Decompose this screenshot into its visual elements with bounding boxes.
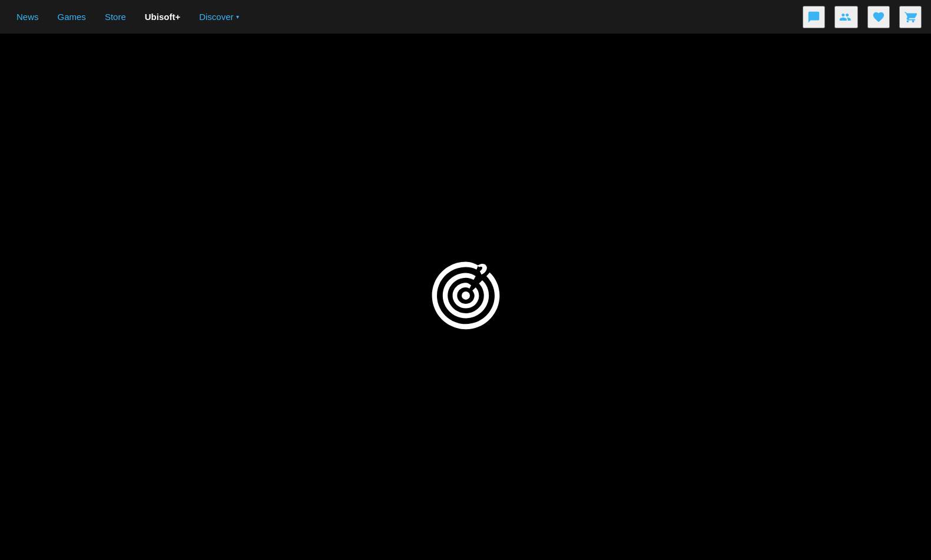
chat-icon-button[interactable]: [803, 6, 825, 28]
nav-item-news[interactable]: News: [9, 7, 46, 26]
friends-icon-button[interactable]: [834, 6, 858, 28]
loading-logo-container: [422, 253, 510, 341]
cart-icon: [904, 11, 917, 24]
nav-item-store[interactable]: Store: [98, 7, 133, 26]
nav-item-ubisoft-plus[interactable]: Ubisoft+: [138, 7, 187, 26]
nav-item-discover[interactable]: Discover ▾: [192, 7, 246, 26]
chevron-down-icon: ▾: [236, 14, 239, 20]
chat-icon: [807, 11, 820, 24]
nav-left: News Games Store Ubisoft+ Discover ▾: [9, 7, 803, 26]
nav-right: [803, 6, 922, 28]
main-content: [0, 34, 931, 560]
heart-icon: [872, 11, 885, 24]
friends-icon: [839, 11, 853, 24]
navbar: News Games Store Ubisoft+ Discover ▾: [0, 0, 931, 34]
ubisoft-logo: [425, 256, 507, 338]
discover-label: Discover: [199, 12, 233, 22]
wishlist-icon-button[interactable]: [867, 6, 890, 28]
nav-item-games[interactable]: Games: [51, 7, 93, 26]
cart-icon-button[interactable]: [899, 6, 922, 28]
svg-point-0: [462, 291, 470, 300]
